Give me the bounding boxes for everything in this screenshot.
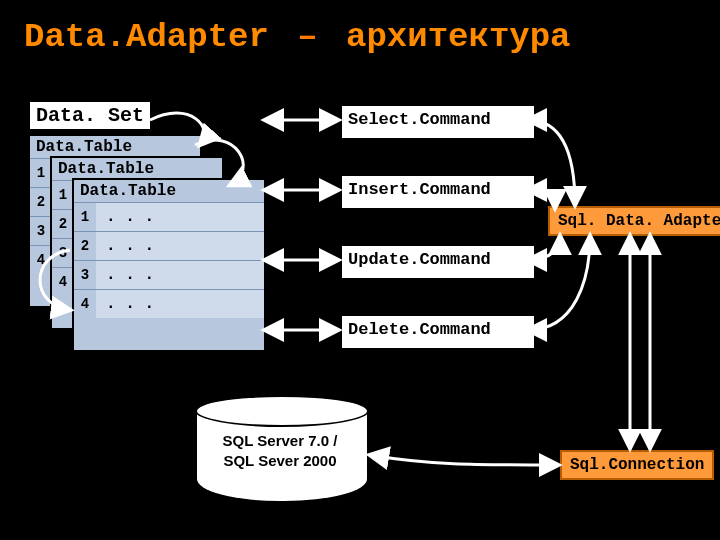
row-value: . . . xyxy=(96,260,264,289)
row-value: . . . xyxy=(96,289,264,318)
row-value: . . . xyxy=(96,231,264,260)
rownum: 4 xyxy=(30,245,52,274)
rownum: 1 xyxy=(74,202,96,231)
update-command-box: Update.Command xyxy=(340,244,536,280)
rownum: 1 xyxy=(30,158,52,187)
database-top xyxy=(195,395,369,427)
delete-command-box: Delete.Command xyxy=(340,314,536,350)
rownum: 2 xyxy=(74,231,96,260)
row-numbers-front: 1 2 3 4 xyxy=(74,202,96,318)
rownum: 3 xyxy=(30,216,52,245)
dataset-label: Data. Set xyxy=(28,100,152,131)
row-numbers-back: 1 2 3 4 xyxy=(30,158,52,274)
rownum: 3 xyxy=(52,238,74,267)
row-numbers-mid: 1 2 3 4 xyxy=(52,180,74,296)
database-cylinder: SQL Server 7.0 / SQL Sever 2000 xyxy=(195,395,365,515)
sql-data-adapter-box: Sql. Data. Adapter xyxy=(548,206,720,236)
row-value: . . . xyxy=(96,202,264,231)
database-text: SQL Server 7.0 / SQL Sever 2000 xyxy=(195,431,365,471)
title-right: архитектура xyxy=(346,18,570,56)
rownum: 2 xyxy=(52,209,74,238)
database-line1: SQL Server 7.0 / xyxy=(223,432,338,449)
rownum: 4 xyxy=(74,289,96,318)
select-command-box: Select.Command xyxy=(340,104,536,140)
datatable-label-1: Data.Table xyxy=(58,160,154,178)
sql-connection-box: Sql.Connection xyxy=(560,450,714,480)
rownum: 4 xyxy=(52,267,74,296)
row-data-front: . . . . . . . . . . . . xyxy=(96,202,264,318)
rownum: 2 xyxy=(30,187,52,216)
title-dash: – xyxy=(297,18,317,56)
title-left: Data.Adapter xyxy=(24,18,269,56)
dataset-block: Data. Set Data.Table 1 2 3 4 Data.Table … xyxy=(28,100,288,360)
insert-command-box: Insert.Command xyxy=(340,174,536,210)
rownum: 1 xyxy=(52,180,74,209)
slide-title: Data.Adapter – архитектура xyxy=(24,18,696,56)
datatable-label-2: Data.Table xyxy=(80,182,176,200)
slide: Data.Adapter – архитектура Data. Set Dat… xyxy=(0,0,720,540)
database-line2: SQL Sever 2000 xyxy=(223,452,336,469)
rownum: 3 xyxy=(74,260,96,289)
datatable-front: Data.Table 1 2 3 4 . . . . . . . . . . .… xyxy=(72,178,266,352)
datatable-label-0: Data.Table xyxy=(36,138,132,156)
